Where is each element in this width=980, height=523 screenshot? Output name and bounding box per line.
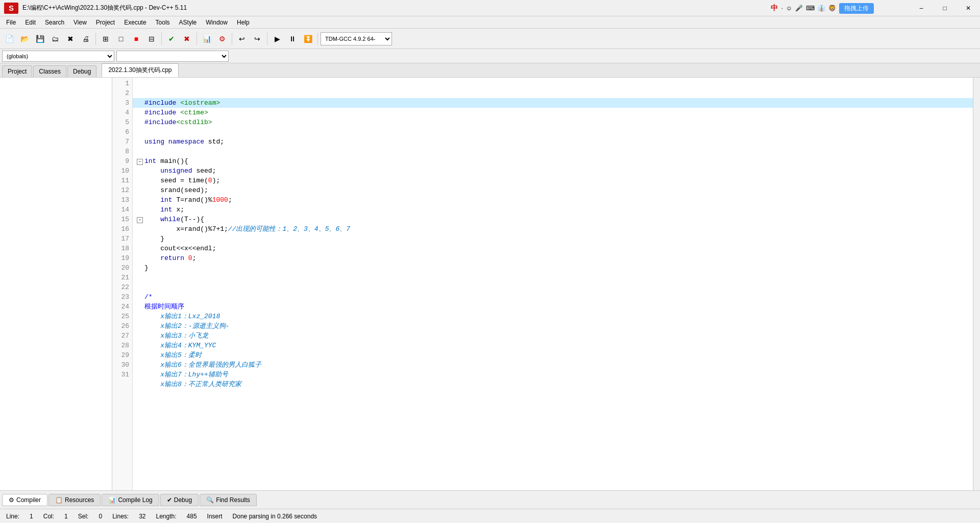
bottom-tab-label: Find Results [216, 496, 250, 504]
toolbar: 📄 📂 💾 🗂 ✖ 🖨 ⊞ □ ■ ⊟ ✔ ✖ 📊 ⚙ ↩ ↪ ▶ ⏸ ⏬ TD… [0, 29, 980, 49]
dropdowns-bar: (globals) [0, 49, 980, 63]
code-line-7: –int main(){ [137, 156, 976, 166]
bottom-tab-compile-log[interactable]: 📊Compile Log [102, 494, 159, 506]
toolbar-separator-1 [95, 33, 96, 45]
grid-button[interactable]: ⊟ [144, 32, 159, 46]
code-body: 1234567891011121314151617181920212223242… [112, 78, 980, 490]
line-label: Line: [6, 513, 19, 520]
symbol-dropdown[interactable] [116, 51, 229, 62]
close-file-button[interactable]: ✖ [63, 32, 78, 46]
sogou-emoji[interactable]: ☺ [786, 5, 792, 12]
lines-label: Lines: [112, 513, 129, 520]
close-button[interactable]: ✕ [957, 1, 980, 15]
length-value: 485 [187, 513, 197, 520]
code-line-23: x输出1：Lxz_2018 [137, 312, 976, 321]
code-line-26: x输出4：KYM_YYC [137, 341, 976, 350]
bottom-tab-label: Compile Log [118, 496, 152, 504]
fullscreen-button[interactable]: □ [114, 32, 128, 46]
code-line-21: /* [137, 292, 976, 302]
file-tab[interactable]: 2022.1.30抽奖代码.cpp [102, 63, 178, 77]
classes-tab[interactable]: Classes [33, 65, 66, 77]
code-line-30: x输出8：不正常人类研究家 [137, 379, 976, 389]
debug-tab[interactable]: Debug [67, 65, 96, 77]
new-file-button[interactable]: 📄 [2, 32, 16, 46]
menu-bar: FileEditSearchViewProjectExecuteToolsASt… [0, 16, 980, 29]
sel-label: Sel: [78, 513, 89, 520]
view-toggle-button[interactable]: ⊞ [99, 32, 113, 46]
color-button[interactable]: ■ [129, 32, 143, 46]
code-line-15: } [137, 234, 976, 244]
code-line-18: } [137, 263, 976, 273]
maximize-button[interactable]: □ [933, 1, 957, 15]
stop-button[interactable]: ⏸ [285, 32, 300, 46]
debug-step-button[interactable]: ⏬ [301, 32, 315, 46]
chart-button[interactable]: 📊 [200, 32, 214, 46]
code-line-2: #include <ctime> [137, 108, 976, 117]
bottom-tab-label: Resources [65, 496, 94, 504]
redo-button[interactable]: ↪ [250, 32, 264, 46]
sogou-mic[interactable]: 🎤 [795, 5, 803, 12]
bottom-tab-debug[interactable]: ✔Debug [160, 494, 199, 506]
mode-value: Insert [207, 513, 223, 520]
compiler-select[interactable]: TDM-GCC 4.9.2 64- [321, 32, 392, 45]
menu-item-edit[interactable]: Edit [21, 18, 40, 27]
bottom-tab-label: Debug [174, 496, 192, 504]
check-button[interactable]: ✔ [164, 32, 179, 46]
compile log-icon: 📊 [108, 496, 116, 504]
open-file-button[interactable]: 📂 [17, 32, 32, 46]
debug-icon: ✔ [167, 496, 172, 504]
menu-item-tools[interactable]: Tools [152, 18, 174, 27]
compiler-icon: ⚙ [9, 496, 14, 504]
code-line-1: #include <iostream> [133, 98, 980, 108]
lines-value: 32 [139, 513, 145, 520]
menu-item-search[interactable]: Search [41, 18, 68, 27]
settings-button[interactable]: ⚙ [215, 32, 229, 46]
fold-button-line-13[interactable]: – [137, 217, 143, 223]
save-all-button[interactable]: 🗂 [48, 32, 62, 46]
code-line-13: – while(T--){ [137, 215, 976, 224]
code-line-20 [137, 282, 976, 292]
code-line-22: 根据时间顺序 [137, 302, 976, 312]
menu-item-window[interactable]: Window [202, 18, 232, 27]
run-button[interactable]: ▶ [270, 32, 284, 46]
sogou-mode[interactable]: 中 [771, 4, 778, 13]
menu-item-help[interactable]: Help [233, 18, 254, 27]
fold-button-line-7[interactable]: – [137, 159, 143, 165]
resources-icon: 📋 [55, 496, 63, 504]
line-value: 1 [30, 513, 33, 520]
project-tab[interactable]: Project [2, 65, 32, 77]
sogou-keyboard[interactable]: ⌨ [806, 5, 815, 12]
main-content: 1234567891011121314151617181920212223242… [0, 78, 980, 490]
bottom-tab-label: Compiler [16, 496, 41, 504]
save-button[interactable]: 💾 [33, 32, 47, 46]
code-line-3: #include<cstdlib> [137, 117, 976, 127]
code-line-31 [137, 389, 976, 399]
sogou-dot[interactable]: · [781, 5, 782, 12]
minimize-button[interactable]: – [910, 1, 933, 15]
code-content[interactable]: #include <iostream>#include <ctime>#incl… [133, 78, 980, 490]
print-button[interactable]: 🖨 [79, 32, 93, 46]
cancel-button[interactable]: ✖ [180, 32, 194, 46]
menu-item-execute[interactable]: Execute [120, 18, 150, 27]
code-line-9: seed = time(0); [137, 176, 976, 185]
scope-dropdown[interactable]: (globals) [2, 51, 114, 62]
sogou-shirt[interactable]: 👔 [818, 5, 825, 12]
vertical-scrollbar[interactable] [973, 78, 980, 490]
code-line-11: int T=rand()%1000; [137, 195, 976, 205]
bottom-tab-find-results[interactable]: 🔍Find Results [200, 494, 257, 506]
menu-item-project[interactable]: Project [92, 18, 119, 27]
bottom-tab-resources[interactable]: 📋Resources [48, 494, 101, 506]
menu-item-astyle[interactable]: AStyle [175, 18, 201, 27]
menu-item-file[interactable]: File [2, 18, 20, 27]
upload-button[interactable]: 拖拽上传 [839, 3, 874, 14]
window-controls: – □ ✕ [910, 1, 980, 15]
menu-item-view[interactable]: View [69, 18, 91, 27]
code-line-17: return 0; [137, 253, 976, 263]
bottom-tab-compiler[interactable]: ⚙Compiler [2, 494, 47, 506]
code-line-12: int x; [137, 205, 976, 215]
left-panel [0, 78, 112, 490]
col-value: 1 [64, 513, 68, 520]
undo-button[interactable]: ↩ [235, 32, 249, 46]
sogou-lion[interactable]: 🦁 [828, 5, 836, 12]
toolbar-separator-6 [317, 33, 318, 45]
